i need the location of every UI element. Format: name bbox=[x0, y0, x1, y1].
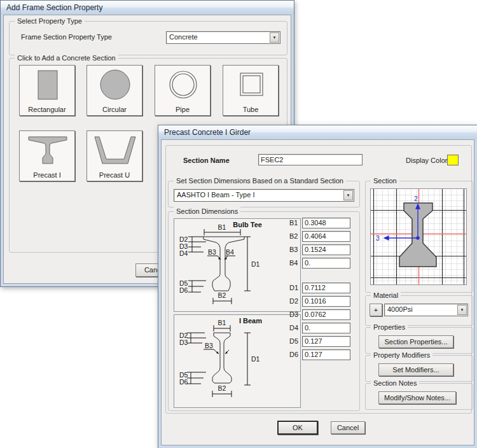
precast-i-section-icon bbox=[20, 133, 76, 167]
title-bar[interactable]: Precast Concrete I Girder bbox=[158, 125, 477, 139]
material-dropdown[interactable]: 4000Psi ▼ bbox=[384, 304, 468, 316]
precast-u-section-button[interactable]: Precast U bbox=[86, 130, 142, 181]
group-property-modifiers: Property Modifiers Set Modifiers... bbox=[365, 355, 473, 382]
shape-button-label: Pipe bbox=[155, 106, 210, 113]
section-properties-button[interactable]: Section Properties... bbox=[378, 335, 453, 348]
svg-text:Bulb Tee: Bulb Tee bbox=[233, 221, 262, 228]
pipe-section-button[interactable]: Pipe bbox=[155, 65, 211, 116]
group-label: Section Notes bbox=[371, 379, 419, 388]
dim-label-b2: B2 bbox=[289, 232, 298, 240]
title-bar[interactable]: Add Frame Section Property bbox=[1, 1, 294, 15]
dim-field-b4[interactable]: 0. bbox=[302, 258, 350, 269]
shape-button-label: Tube bbox=[223, 106, 278, 113]
chevron-down-icon[interactable]: ▼ bbox=[270, 32, 279, 43]
dim-field-d5[interactable]: 0.127 bbox=[302, 336, 350, 347]
rectangular-section-button[interactable]: Rectangular bbox=[19, 65, 75, 116]
svg-text:D4: D4 bbox=[179, 249, 188, 257]
chevron-down-icon[interactable]: ▼ bbox=[457, 305, 467, 315]
dim-field-d4[interactable]: 0. bbox=[302, 323, 350, 333]
group-section-preview: Section bbox=[365, 181, 473, 293]
rectangular-section-icon bbox=[20, 67, 76, 102]
precast-i-section-button[interactable]: Precast I bbox=[19, 130, 75, 181]
set-modifiers-button[interactable]: Set Modifiers... bbox=[378, 363, 453, 376]
dim-field-d2[interactable]: 0.1016 bbox=[302, 296, 350, 307]
shape-button-label: Precast U bbox=[87, 171, 142, 179]
circular-section-icon bbox=[87, 67, 143, 102]
window-precast-concrete-i-girder: Precast Concrete I Girder Section Name F… bbox=[158, 125, 477, 448]
group-properties: Properties Section Properties... bbox=[365, 327, 473, 354]
svg-text:D1: D1 bbox=[251, 260, 260, 268]
group-label: Set Section Dimensions Based on a Standa… bbox=[174, 176, 346, 185]
group-section-notes: Section Notes Modify/Show Notes... bbox=[365, 383, 473, 410]
group-label: Material bbox=[371, 291, 401, 300]
svg-text:B2: B2 bbox=[218, 291, 226, 299]
axis-3-label: 3 bbox=[376, 234, 380, 242]
ok-button[interactable]: OK bbox=[278, 421, 317, 434]
svg-text:D6: D6 bbox=[179, 378, 188, 386]
svg-text:B1: B1 bbox=[218, 319, 226, 326]
svg-text:B4: B4 bbox=[226, 248, 234, 256]
dim-field-d3[interactable]: 0.0762 bbox=[302, 309, 350, 320]
dropdown-value: Concrete bbox=[169, 32, 198, 43]
section-preview-panel: 2 3 bbox=[370, 188, 467, 285]
dim-field-b2[interactable]: 0.4064 bbox=[302, 231, 350, 242]
group-standard-section: Set Section Dimensions Based on a Standa… bbox=[168, 181, 360, 207]
dialog-body: Section Name FSEC2 Display Color Set Sec… bbox=[161, 139, 474, 445]
dim-label-b4: B4 bbox=[289, 259, 298, 267]
group-label: Click to Add a Concrete Section bbox=[15, 53, 118, 62]
dim-label-d5: D5 bbox=[289, 337, 298, 345]
svg-text:D3: D3 bbox=[179, 339, 188, 346]
group-select-property-type: Select Property Type Frame Section Prope… bbox=[9, 21, 287, 55]
svg-text:B2: B2 bbox=[218, 384, 226, 392]
i-beam-diagram: I Beam B1 D1 D2 bbox=[174, 314, 301, 408]
section-name-field[interactable]: FSEC2 bbox=[258, 154, 363, 165]
dim-label-b3: B3 bbox=[289, 246, 298, 253]
modify-show-notes-button[interactable]: Modify/Show Notes... bbox=[378, 391, 456, 404]
axis-2-label: 2 bbox=[414, 195, 418, 202]
group-material: Material + 4000Psi ▼ bbox=[365, 295, 473, 326]
cancel-button[interactable]: Cancel bbox=[331, 421, 365, 434]
pipe-section-icon bbox=[155, 67, 211, 102]
circular-section-button[interactable]: Circular bbox=[86, 65, 142, 116]
svg-text:B3: B3 bbox=[205, 342, 213, 349]
group-label: Section bbox=[371, 176, 399, 185]
svg-text:B1: B1 bbox=[218, 223, 226, 231]
shape-button-label: Circular bbox=[87, 106, 142, 113]
section-name-label: Section Name bbox=[183, 157, 230, 164]
window-title: Precast Concrete I Girder bbox=[164, 128, 251, 137]
dropdown-value: 4000Psi bbox=[387, 304, 413, 316]
dim-label-d1: D1 bbox=[289, 284, 298, 291]
frame-section-property-type-label: Frame Section Property Type bbox=[21, 33, 112, 41]
tube-section-button[interactable]: Tube bbox=[223, 65, 279, 116]
group-section-dimensions: Section Dimensions Bulb Tee B1 D1 bbox=[168, 211, 360, 411]
screen: Add Frame Section Property Select Proper… bbox=[0, 0, 477, 448]
dim-label-d4: D4 bbox=[289, 324, 298, 332]
window-title: Add Frame Section Property bbox=[6, 3, 102, 12]
dim-field-b1[interactable]: 0.3048 bbox=[302, 218, 350, 228]
dim-label-d2: D2 bbox=[289, 297, 298, 305]
dropdown-value: AASHTO I Beam - Type I bbox=[177, 190, 254, 201]
group-label: Section Dimensions bbox=[174, 207, 240, 216]
shape-button-label: Precast I bbox=[20, 171, 74, 179]
svg-text:D1: D1 bbox=[251, 355, 260, 363]
svg-text:I Beam: I Beam bbox=[239, 317, 262, 325]
property-type-dropdown[interactable]: Concrete ▼ bbox=[166, 31, 280, 44]
add-material-button[interactable]: + bbox=[370, 304, 382, 316]
svg-text:D6: D6 bbox=[179, 286, 188, 294]
dim-field-d1[interactable]: 0.7112 bbox=[302, 283, 350, 293]
chevron-down-icon[interactable]: ▼ bbox=[343, 190, 353, 200]
dim-label-b1: B1 bbox=[289, 219, 298, 227]
group-label: Properties bbox=[371, 323, 408, 332]
bulb-tee-diagram: Bulb Tee B1 D1 bbox=[174, 218, 301, 312]
display-color-swatch[interactable] bbox=[447, 155, 459, 165]
dim-label-d3: D3 bbox=[289, 311, 298, 318]
precast-u-section-icon bbox=[87, 133, 143, 167]
tube-section-icon bbox=[223, 67, 279, 102]
dim-field-b3[interactable]: 0.1524 bbox=[302, 244, 350, 255]
dim-field-d6[interactable]: 0.127 bbox=[302, 349, 350, 360]
standard-section-dropdown[interactable]: AASHTO I Beam - Type I ▼ bbox=[174, 189, 354, 202]
display-color-label: Display Color bbox=[406, 157, 447, 164]
svg-text:B3: B3 bbox=[208, 248, 216, 256]
group-label: Property Modifiers bbox=[371, 351, 432, 360]
dim-label-d6: D6 bbox=[289, 351, 298, 358]
